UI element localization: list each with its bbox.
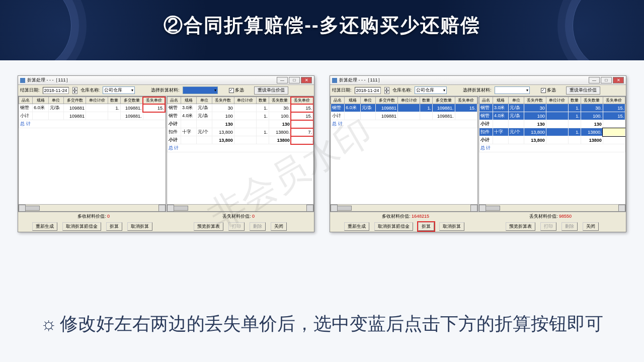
subtotal-row: 小计 109881 109881.	[331, 112, 477, 120]
date-up[interactable]: ▴	[72, 87, 77, 90]
editing-cell	[603, 128, 625, 136]
material-select[interactable]	[183, 86, 218, 94]
date-down[interactable]: ▾	[384, 90, 389, 94]
left-value-label: 多收材料价值:	[77, 214, 106, 219]
window-title: 折算处理 - - -［111］	[339, 77, 589, 83]
date-down[interactable]: ▾	[72, 90, 77, 94]
right-value: 98550	[559, 214, 572, 219]
date-up[interactable]: ▴	[384, 87, 389, 90]
multi-checkbox[interactable]: ✓多选	[229, 87, 244, 94]
app-window-before: 折算处理 - - -［111］ — □ ✕ 结算日期: 2018-11-24 ▴…	[18, 75, 314, 232]
print-button[interactable]: 打印	[540, 222, 556, 231]
warehouse-label: 仓库名称:	[80, 87, 100, 94]
regenerate-button[interactable]: 重新生成	[32, 222, 57, 231]
hscrollbar[interactable]	[479, 204, 626, 211]
app-window-after: 折算处理 - - -［111］ — □ ✕ 结算日期: 2018-11-24 ▴…	[330, 75, 626, 232]
material-label: 选择折算材料:	[463, 87, 492, 94]
table-row[interactable]: 钢管3.0米元/条 301. 30.15.	[167, 104, 313, 112]
subtotal-row: 小计 109881 109881.	[19, 112, 166, 120]
material-label: 选择折算材料:	[151, 87, 180, 94]
calculate-button[interactable]: 折算	[418, 222, 434, 231]
window-title: 折算处理 - - -［111］	[27, 77, 277, 83]
right-value: 0	[252, 214, 255, 219]
reset-price-button[interactable]: 重设单位价值	[254, 86, 288, 95]
app-icon	[20, 78, 25, 83]
warehouse-select[interactable]: 公司仓库	[415, 86, 447, 94]
minimize-button[interactable]: —	[277, 77, 288, 83]
cancel-calculate-button[interactable]: 取消折算	[127, 222, 152, 231]
table-row[interactable]: 钢管4.0米元/条 1001. 100.15.	[479, 112, 625, 120]
right-grid[interactable]: 品名规格单位 丢失件数单位计价数量 丢失数量丢失单价 钢管3.0米元/条 301…	[167, 97, 314, 152]
close-button[interactable]: 关闭	[583, 222, 599, 231]
date-input[interactable]: 2018-11-24	[43, 87, 69, 94]
minimize-button[interactable]: —	[589, 77, 600, 83]
right-grid[interactable]: 品名规格单位 丢失件数单位计价数量 丢失数量丢失单价 钢管3.0米元/条 301…	[479, 97, 626, 152]
total-row: 总 计	[19, 120, 166, 128]
close-button[interactable]: ✕	[613, 77, 624, 83]
reset-price-button[interactable]: 重设单位价值	[566, 86, 600, 95]
left-value: 1648215	[412, 214, 429, 219]
date-label: 结算日期:	[332, 87, 352, 94]
app-icon	[332, 78, 337, 83]
date-input[interactable]: 2018-11-24	[355, 87, 381, 94]
close-button[interactable]: 关闭	[271, 222, 287, 231]
preview-button[interactable]: 预览折算表	[506, 222, 535, 231]
print-button[interactable]: 打印	[228, 222, 245, 231]
left-grid[interactable]: 品名规格单位 多交件数单位计价数量 多交数量丢失单价 钢管6.0米元/条 109…	[331, 97, 477, 128]
left-value: 0	[107, 214, 110, 219]
table-row[interactable]: 钢管3.0米元/条 301. 30.15.	[479, 104, 625, 112]
delete-button[interactable]: 删除	[250, 222, 266, 231]
right-value-label: 丢失材料价值:	[529, 214, 558, 219]
total-row: 总 计	[167, 144, 313, 152]
table-row[interactable]: 扣件十字元/个 13,8001. 13800.7.	[167, 128, 313, 136]
cancel-compensation-button[interactable]: 取消折算赔偿金	[374, 222, 413, 231]
slide-title: ②合同折算赔偿--多还购买少还赔偿	[164, 13, 480, 38]
subtotal-row: 小计 130 130	[167, 120, 313, 128]
warehouse-label: 仓库名称:	[392, 87, 412, 94]
maximize-button[interactable]: □	[601, 77, 612, 83]
table-row[interactable]: 钢管6.0米元/条 1098811. 109881.15.	[331, 104, 477, 112]
subtotal-row: 小计 13,800 13800	[479, 136, 625, 144]
hscrollbar[interactable]	[167, 204, 314, 211]
date-label: 结算日期:	[20, 87, 40, 94]
hscrollbar[interactable]	[331, 204, 477, 211]
maximize-button[interactable]: □	[289, 77, 300, 83]
table-row[interactable]: 钢管6.0米元/条 1098811. 109881.15.	[19, 104, 166, 112]
material-select[interactable]	[495, 86, 530, 94]
explanation-text: ☼修改好左右两边的丢失单价后，选中变蓝后点击下方的折算按钮即可	[40, 311, 604, 337]
delete-button[interactable]: 删除	[561, 222, 578, 231]
table-row[interactable]: 钢管4.0米元/条 1001. 100.15.	[167, 112, 313, 120]
sun-icon: ☼	[40, 313, 57, 334]
left-value-label: 多收材料价值:	[382, 214, 411, 219]
right-value-label: 丢失材料价值:	[222, 214, 251, 219]
subtotal-row: 小计 130 130	[479, 120, 625, 128]
total-row: 总 计	[331, 120, 477, 128]
calculate-button[interactable]: 折算	[106, 222, 122, 231]
cancel-compensation-button[interactable]: 取消折算赔偿金	[62, 222, 101, 231]
subtotal-row: 小计 13,800 13800	[167, 136, 313, 144]
hscrollbar[interactable]	[19, 204, 166, 211]
multi-checkbox[interactable]: ✓多选	[541, 87, 556, 94]
regenerate-button[interactable]: 重新生成	[344, 222, 369, 231]
cancel-calculate-button[interactable]: 取消折算	[439, 222, 464, 231]
table-row[interactable]: 扣件十字元/个 13,8001. 13800.	[479, 128, 625, 136]
warehouse-select[interactable]: 公司仓库	[103, 86, 135, 94]
preview-button[interactable]: 预览折算表	[194, 222, 223, 231]
close-button[interactable]: ✕	[301, 77, 312, 83]
total-row: 总 计	[479, 144, 625, 152]
left-grid[interactable]: 品名规格单位 多交件数单位计价数量 多交数量丢失单价 钢管6.0米元/条 109…	[19, 97, 166, 128]
